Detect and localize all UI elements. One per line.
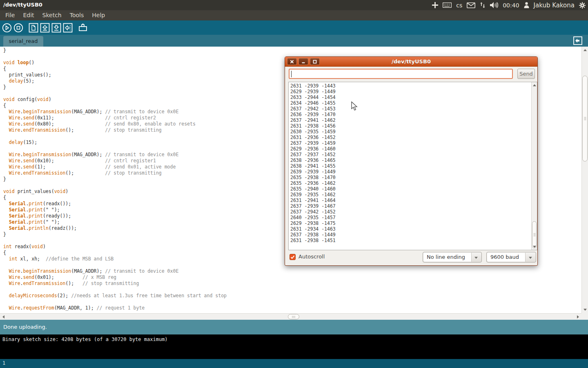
serial-output-line: 2631 -2939 -1443	[290, 83, 531, 89]
code-line	[3, 287, 581, 293]
scroll-right-icon[interactable]	[577, 315, 579, 319]
serial-output-line: 2629 -2938 -1475	[290, 220, 531, 226]
serial-output-line: 2637 -2942 -1452	[290, 209, 531, 215]
scroll-left-icon[interactable]	[2, 315, 4, 319]
serial-output-line: 2638 -2936 -1465	[290, 157, 531, 163]
network-arrows-icon[interactable]	[480, 2, 486, 9]
menu-item[interactable]: Edit	[19, 10, 38, 20]
autoscroll-label[interactable]: Autoscroll	[298, 254, 325, 260]
serial-output-lines: 2631 -2939 -14432629 -2939 -14492633 -29…	[289, 82, 531, 250]
menu-item[interactable]: Tools	[66, 10, 88, 20]
serial-output-line: 2637 -2939 -1467	[290, 203, 531, 209]
console-output: Binary sketch size: 4208 bytes (of a 307…	[0, 334, 588, 359]
system-panel: /dev/ttyUSB0 cs 00:40 Jakub Kakona	[0, 0, 588, 10]
keyboard-layout-indicator[interactable]: cs	[456, 2, 462, 9]
serial-output-line: 2629 -2936 -1460	[290, 146, 531, 152]
grip-icon	[533, 233, 535, 236]
line-ending-select[interactable]: No line ending	[423, 252, 482, 263]
keyboard-icon[interactable]	[443, 2, 452, 8]
code-line	[3, 299, 581, 305]
open-sketch-button[interactable]	[40, 23, 50, 33]
serial-monitor-footer: Autoscroll No line ending 9600 baud	[285, 252, 537, 263]
user-menu[interactable]: Jakub Kakona	[534, 2, 575, 9]
autoscroll-checkbox[interactable]	[290, 254, 296, 260]
menu-item[interactable]: Help	[88, 10, 109, 20]
serial-output-area[interactable]: 2631 -2939 -14432629 -2939 -14492633 -29…	[288, 82, 537, 250]
serial-input-field[interactable]	[289, 69, 513, 79]
serial-output-line: 2636 -2939 -1470	[290, 112, 531, 117]
scroll-up-icon[interactable]	[533, 84, 536, 86]
new-sketch-button[interactable]	[29, 23, 38, 33]
focused-window-title: /dev/ttyUSB0	[3, 2, 42, 8]
serial-output-line: 2637 -2942 -1453	[290, 106, 531, 112]
horizontal-scroll-thumb[interactable]	[288, 314, 299, 319]
serial-output-line: 2631 -2934 -1463	[290, 226, 531, 232]
serial-output-line: 2637 -2939 -1459	[290, 140, 531, 146]
baud-rate-value: 9600 baud	[487, 253, 526, 262]
chevron-down-icon[interactable]	[525, 252, 536, 262]
code-line: Wire.endTransmission(); // stop transmit…	[3, 280, 581, 287]
serial-output-line: 2629 -2939 -1449	[290, 89, 531, 94]
console-text: Binary sketch size: 4208 bytes (of a 307…	[2, 337, 168, 342]
current-line-number: 1	[2, 360, 5, 366]
serial-output-line: 2633 -2944 -1454	[290, 94, 531, 100]
vertical-scroll-thumb[interactable]	[582, 76, 588, 162]
serial-monitor-title: /dev/ttyUSB0	[285, 58, 537, 65]
power-gear-icon[interactable]	[579, 2, 586, 9]
status-bar: Done uploading.	[0, 320, 588, 334]
serial-output-line: 2640 -2935 -1457	[290, 215, 531, 220]
volume-icon[interactable]	[490, 2, 498, 8]
verify-button[interactable]	[2, 23, 12, 33]
mail-icon[interactable]	[467, 2, 475, 8]
serial-output-line: 2635 -2936 -1462	[290, 180, 531, 186]
line-number-bar: 1	[0, 359, 588, 368]
code-line: Wire.beginTransmission(MAG_ADDR); // tra…	[3, 268, 581, 274]
code-line: Wire.send(0x01); // x MSB reg	[3, 274, 581, 280]
app-indicator-icon[interactable]	[432, 2, 438, 8]
scroll-down-icon[interactable]	[533, 246, 536, 248]
baud-rate-select[interactable]: 9600 baud	[486, 252, 536, 263]
serial-scrollbar[interactable]	[531, 82, 537, 250]
scrollbar-corner	[581, 313, 588, 320]
serial-output-line: 2631 -2938 -1456	[290, 123, 531, 129]
serial-output-line: 2630 -2935 -1459	[290, 129, 531, 135]
code-line: delayMicroseconds(2); //needs at least 1…	[3, 293, 581, 299]
serial-output-line: 2637 -2941 -1462	[290, 117, 531, 123]
serial-monitor-button[interactable]	[78, 23, 88, 33]
clock[interactable]: 00:40	[503, 2, 519, 9]
mouse-cursor	[351, 101, 358, 112]
arrow-in-square-icon[interactable]	[573, 36, 583, 45]
menubar: FileEditSketchToolsHelp	[0, 10, 588, 20]
scroll-up-icon[interactable]	[584, 49, 587, 51]
code-line: Wire.requestFrom(MAG_ADDR, 1); // reques…	[3, 305, 581, 311]
scroll-down-icon[interactable]	[584, 309, 587, 311]
serial-output-line: 2631 -2938 -1451	[290, 238, 531, 243]
send-button[interactable]: Send	[517, 69, 535, 79]
editor-horizontal-scrollbar[interactable]	[0, 313, 581, 320]
line-ending-value: No line ending	[423, 253, 472, 262]
serial-output-line: 2637 -2938 -1449	[290, 232, 531, 238]
tab-serial-read[interactable]: serial_read	[3, 36, 43, 47]
menu-item[interactable]: File	[1, 10, 19, 20]
grip-icon	[584, 117, 586, 120]
menu-item[interactable]: Sketch	[38, 10, 66, 20]
tabbar: serial_read	[0, 35, 588, 47]
upload-button[interactable]	[63, 23, 73, 33]
chevron-down-icon[interactable]	[471, 252, 481, 262]
serial-monitor-window: /dev/ttyUSB0 Send 2631 -2939 -14432629 -…	[285, 56, 538, 266]
text-caret	[291, 71, 292, 77]
toolbar	[0, 20, 588, 35]
code-line: }	[3, 47, 581, 54]
grip-icon	[292, 316, 295, 318]
save-sketch-button[interactable]	[51, 23, 61, 33]
serial-output-line: 2639 -2939 -1449	[290, 169, 531, 175]
serial-output-line: 2631 -2941 -1464	[290, 197, 531, 203]
serial-output-line: 2637 -2937 -1452	[290, 152, 531, 157]
editor-vertical-scrollbar[interactable]	[581, 47, 588, 313]
serial-scroll-thumb[interactable]	[532, 221, 537, 248]
serial-output-line: 2639 -2935 -1462	[290, 192, 531, 197]
stop-button[interactable]	[13, 23, 23, 33]
serial-monitor-titlebar[interactable]: /dev/ttyUSB0	[285, 57, 537, 67]
status-message: Done uploading.	[3, 324, 47, 330]
desktop: /dev/ttyUSB0 cs 00:40 Jakub Kakona FileE…	[0, 0, 588, 368]
